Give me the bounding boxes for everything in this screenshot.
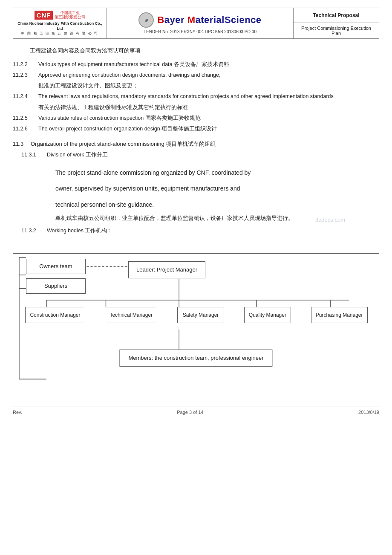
section-1131-num: 11.3.1	[21, 150, 43, 159]
company-name: China Nuclear Industry Fifth Constructio…	[17, 21, 103, 31]
members-row: Members: the construction team, professi…	[119, 350, 272, 367]
chinese-paragraph: 单机试车由核五公司组织，业主单位配合，监理单位监督确认，设备厂家技术人员现场指导…	[55, 214, 379, 223]
list-item: 11.2.6 The overall project construction …	[13, 124, 379, 133]
chinese-text: 批准的工程建设设计文件、图纸及变更；	[38, 81, 379, 90]
logo-cell: CNF 中国核工业第五建设股份公司 China Nuclear Industry…	[13, 8, 107, 38]
section-1132-text: Working bodies 工作机构：	[47, 226, 379, 235]
header-right: Technical Proposal Project Commissioning…	[294, 8, 379, 38]
block-quote-line1: The project stand-alone commissioning or…	[55, 166, 379, 180]
page-footer: Rev. Page 3 of 14 2013/8/19	[13, 407, 379, 415]
section-113-text: Organization of the project stand-alone …	[31, 139, 216, 149]
doc-type: Technical Proposal	[294, 8, 379, 23]
section-113: 11.3 Organization of the project stand-a…	[13, 139, 379, 149]
bayer-icon: ⊕	[138, 12, 154, 28]
item-text: The overall project construction organiz…	[38, 124, 379, 133]
date-label: 2013/8/19	[358, 410, 379, 415]
page-content: 工程建设合同内容及合同双方洽商认可的事项 11.2.2 Various type…	[13, 46, 379, 398]
block-quote-line3: technical personnel on-site guidance.	[55, 198, 379, 212]
leader-project-manager: Leader: Project Manager	[128, 261, 205, 278]
doc-title: Project Commissioning Execution Plan	[294, 23, 379, 38]
tender-number: TENDER No: 2013 ERXNY 004 DPC K5B 201306…	[144, 29, 257, 34]
suppliers-box: Suppliers	[26, 278, 86, 294]
item-number: 11.2.6	[13, 124, 35, 133]
item-text: Various state rules of construction insp…	[38, 114, 379, 123]
item-number: 11.2.5	[13, 114, 35, 123]
item-number: 11.2.3	[13, 71, 35, 80]
managers-row: Construction Manager Technical Manager S…	[17, 307, 375, 323]
chinese-intro: 工程建设合同内容及合同双方洽商认可的事项	[30, 46, 379, 55]
technical-manager-box: Technical Manager	[105, 307, 157, 323]
watermark: 3udocs.com	[315, 215, 345, 225]
cnf-box: CNF	[35, 11, 53, 20]
rev-label: Rev.	[13, 410, 22, 415]
owners-box: Owners team Suppliers	[26, 259, 86, 294]
cnf-logo: CNF 中国核工业第五建设股份公司	[35, 11, 86, 20]
section-1132: 11.3.2 Working bodies 工作机构：	[21, 226, 379, 235]
block-quote-line2: owner, supervised by supervision units, …	[55, 182, 379, 196]
chinese-text: 有关的法律法规、工程建设强制性标准及其它约定执行的标准	[38, 103, 379, 112]
item-number: 11.2.4	[13, 92, 35, 101]
org-chart: Owners team Suppliers Leader: Project Ma…	[13, 253, 379, 398]
leader-box: Leader: Project Manager	[128, 259, 205, 278]
page-label: Page 3 of 14	[177, 410, 203, 415]
item-text: Various types of equipment manufacturers…	[38, 60, 379, 69]
item-text: The relevant laws and regulations, manda…	[38, 92, 379, 101]
construction-manager-box: Construction Manager	[25, 307, 85, 323]
section-113-num: 11.3	[13, 139, 28, 149]
bayer-name: Bayer MaterialScience	[157, 14, 261, 26]
section-1131: 11.3.1 Division of work 工作分工	[21, 150, 379, 159]
purchasing-manager-box: Purchasing Manager	[311, 307, 368, 323]
section-1132-num: 11.3.2	[21, 226, 43, 235]
list-item: 11.2.2 Various types of equipment manufa…	[13, 60, 379, 69]
bayer-cell: ⊕ Bayer MaterialScience TENDER No: 2013 …	[107, 8, 294, 38]
quality-manager-box: Quality Manager	[244, 307, 291, 323]
item-text: Approved engineering construction design…	[38, 71, 379, 80]
bayer-logo: ⊕ Bayer MaterialScience	[138, 12, 261, 28]
cnf-chinese: 中国核工业第五建设股份公司	[55, 11, 85, 20]
section-1131-text: Division of work 工作分工	[47, 150, 379, 159]
safety-manager-box: Safety Manager	[177, 307, 224, 323]
list-item: 11.2.4 The relevant laws and regulations…	[13, 92, 379, 101]
owners-team-box: Owners team	[26, 259, 86, 274]
list-item: 11.2.3 Approved engineering construction…	[13, 71, 379, 80]
page-header: CNF 中国核工业第五建设股份公司 China Nuclear Industry…	[13, 8, 379, 39]
item-number: 11.2.2	[13, 60, 35, 69]
members-box: Members: the construction team, professi…	[119, 350, 272, 367]
list-item: 11.2.5 Various state rules of constructi…	[13, 114, 379, 123]
company-chinese: 中 国 核 工 业 第 五 建 设 有 限 公 司	[21, 31, 98, 36]
